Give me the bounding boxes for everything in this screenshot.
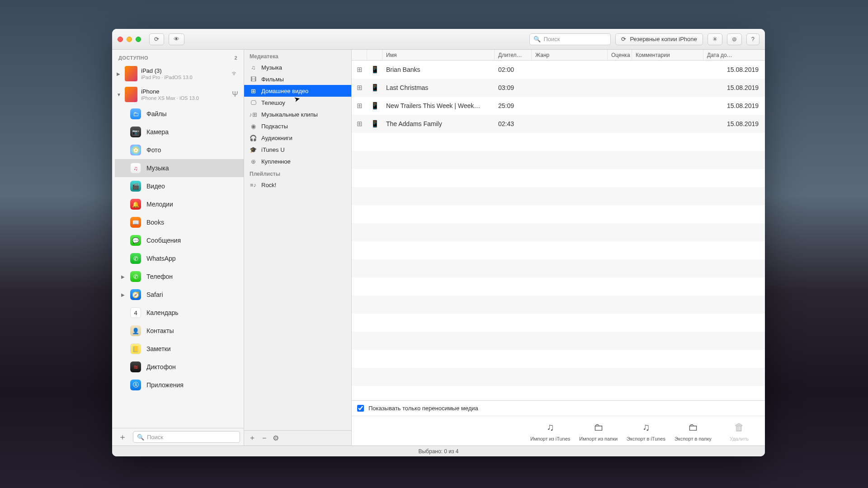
spinner-icon: ✳ [712, 36, 717, 42]
remove-button[interactable]: − [262, 434, 266, 442]
help-button[interactable]: ? [746, 33, 760, 45]
export-folder-button[interactable]: 🗀 Экспорт в папку [675, 421, 712, 441]
sidebar-item-label: Диктофон [146, 363, 176, 371]
toolbar-search[interactable]: 🔍 Поиск [529, 33, 611, 45]
library-item-movies[interactable]: 🎞Фильмы [244, 73, 351, 85]
sidebar-item-ringtones[interactable]: 🔔Мелодии [115, 195, 244, 213]
device-thumbnail [125, 87, 137, 102]
add-button[interactable]: ＋ [116, 432, 129, 442]
minimize-icon[interactable] [127, 37, 132, 42]
waveform-icon: ≋ [130, 361, 141, 372]
column-duration[interactable]: Длител… [495, 50, 532, 60]
sidebar-item-video[interactable]: 🎬Видео [115, 177, 244, 195]
add-button[interactable]: ＋ [249, 433, 256, 443]
library-item-label: Музыка [261, 64, 282, 71]
column-date[interactable]: Дата до… [703, 50, 765, 60]
column-name[interactable]: Имя [382, 50, 495, 60]
usb-icon: Ψ [231, 90, 239, 99]
sidebar-item-voice[interactable]: ≋Диктофон [115, 358, 244, 376]
device-icon: 📱 [367, 120, 382, 128]
device-ipad[interactable]: ▶ iPad (3) iPad Pro · iPadOS 13.0 ᯤ [112, 63, 244, 84]
export-itunes-button[interactable]: ♫ Экспорт в iTunes [627, 421, 665, 441]
chevron-down-icon: ▼ [117, 92, 121, 97]
table-row[interactable]: ⊞ 📱 Last Christmas 03:09 15.08.2019 [352, 79, 765, 97]
sidebar-item-whatsapp[interactable]: ✆WhatsApp [115, 249, 244, 267]
sidebar-search[interactable]: 🔍 Поиск [133, 431, 240, 443]
library-item-purchased[interactable]: ⊕Купленное [244, 155, 351, 167]
action-label: Импорт из iTunes [530, 436, 570, 441]
notes-icon: 📒 [130, 343, 141, 354]
action-label: Удалить [730, 436, 749, 441]
whatsapp-icon: ✆ [130, 253, 141, 264]
appstore-icon: Ⓐ [130, 380, 141, 390]
sidebar-item-books[interactable]: 📖Books [115, 213, 244, 231]
close-icon[interactable] [118, 37, 123, 42]
library-item-audiobooks[interactable]: 🎧Аудиокниги [244, 132, 351, 144]
sidebar-item-phone[interactable]: ▶✆Телефон [115, 267, 244, 286]
sidebar-item-files[interactable]: 🗀Файлы [115, 105, 244, 123]
import-itunes-button[interactable]: ♫ Импорт из iTunes [530, 421, 570, 441]
column-rating[interactable]: Оценка [608, 50, 632, 60]
column-comments[interactable]: Комментарии [632, 50, 703, 60]
backup-button[interactable]: ⟳ Резервные копии iPhone [615, 33, 703, 45]
toolbar: ⟳ 👁 🔍 Поиск ⟳ Резервные копии iPhone ✳ ⊚… [112, 29, 765, 50]
gear-icon[interactable]: ⚙ [273, 434, 279, 442]
import-folder-button[interactable]: 🗀 Импорт из папки [579, 421, 618, 441]
library-item-podcasts[interactable]: ◉Подкасты [244, 120, 351, 132]
sidebar-item-contacts[interactable]: 👤Контакты [115, 322, 244, 340]
library-item-label: iTunes U [261, 146, 285, 153]
library-item-music[interactable]: ♫Музыка [244, 61, 351, 73]
library-item-music-videos[interactable]: ♪⊞Музыкальные клипы [244, 108, 351, 120]
sidebar-item-messages[interactable]: 💬Сообщения [115, 231, 244, 249]
delete-button[interactable]: 🗑 Удалить [721, 421, 758, 441]
audiobook-icon: 🎧 [250, 135, 257, 141]
cell-date: 15.08.2019 [703, 120, 765, 127]
search-icon: 🔍 [533, 36, 541, 42]
zoom-icon[interactable] [136, 37, 141, 42]
device-iphone[interactable]: ▼ iPhone iPhone XS Max · iOS 13.0 Ψ [112, 84, 244, 105]
calendar-icon: 4 [130, 307, 141, 318]
sidebar-item-label: Музыка [146, 164, 169, 172]
sidebar-item-apps[interactable]: ⒶПриложения [115, 376, 244, 394]
sidebar-item-music[interactable]: ♫Музыка [115, 159, 244, 177]
preview-button[interactable]: 👁 [169, 33, 184, 45]
cell-date: 15.08.2019 [703, 84, 765, 91]
content: ДОСТУПНО 2 ▶ iPad (3) iPad Pro · iPadOS … [112, 50, 765, 446]
sidebar-item-label: Телефон [146, 273, 173, 280]
sidebar-item-safari[interactable]: ▶🧭Safari [115, 286, 244, 304]
table-panel: Имя Длител… Жанр Оценка Комментарии Дата… [352, 50, 765, 446]
device-info: iPhone iPhone XS Max · iOS 13.0 [141, 88, 227, 101]
sidebar-item-photos[interactable]: ✿Фото [115, 141, 244, 159]
column-icon1[interactable] [352, 50, 367, 60]
cell-duration: 03:09 [495, 84, 532, 91]
playlist-item-rock[interactable]: ≡♪Rock! [244, 179, 351, 191]
action-label: Экспорт в iTunes [627, 436, 665, 441]
table-row[interactable]: ⊞ 📱 New Trailers This Week | Week… 25:09… [352, 97, 765, 115]
checkbox-label: Показывать только переносимые медиа [368, 405, 478, 412]
table-row[interactable]: ⊞ 📱 The Addams Family 02:43 15.08.2019 [352, 115, 765, 133]
library-item-home-video[interactable]: ⊞Домашнее видео [244, 85, 351, 97]
activity-button[interactable]: ✳ [708, 33, 722, 45]
column-genre[interactable]: Жанр [532, 50, 608, 60]
sidebar-item-label: Контакты [146, 327, 174, 334]
folder-icon: 🗀 [686, 421, 700, 434]
sidebar-item-camera[interactable]: 📷Камера [115, 123, 244, 141]
sidebar-bottom: ＋ 🔍 Поиск [112, 428, 244, 446]
sidebar-item-notes[interactable]: 📒Заметки [115, 340, 244, 358]
library-panel: Медиатека ♫Музыка 🎞Фильмы ⊞Домашнее виде… [244, 50, 352, 446]
transferable-checkbox[interactable] [357, 405, 364, 412]
device-subtitle: iPad Pro · iPadOS 13.0 [141, 75, 227, 80]
camera-icon: 📷 [130, 127, 141, 137]
sidebar-item-label: Мелодии [146, 201, 173, 208]
wifi-button[interactable]: ⊚ [727, 33, 742, 45]
media-icon: ⊞ [352, 102, 367, 110]
table-row[interactable]: ⊞ 📱 Brian Banks 02:00 15.08.2019 [352, 61, 765, 79]
phone-icon: ✆ [130, 271, 141, 282]
sidebar-item-calendar[interactable]: 4Календарь [115, 304, 244, 322]
library-item-tvshows[interactable]: 🖵Телешоу [244, 97, 351, 108]
refresh-button[interactable]: ⟳ [149, 33, 164, 45]
column-icon2[interactable] [367, 50, 382, 60]
device-title: iPad (3) [141, 67, 227, 74]
cell-duration: 02:00 [495, 66, 532, 73]
library-item-itunesu[interactable]: 🎓iTunes U [244, 144, 351, 155]
